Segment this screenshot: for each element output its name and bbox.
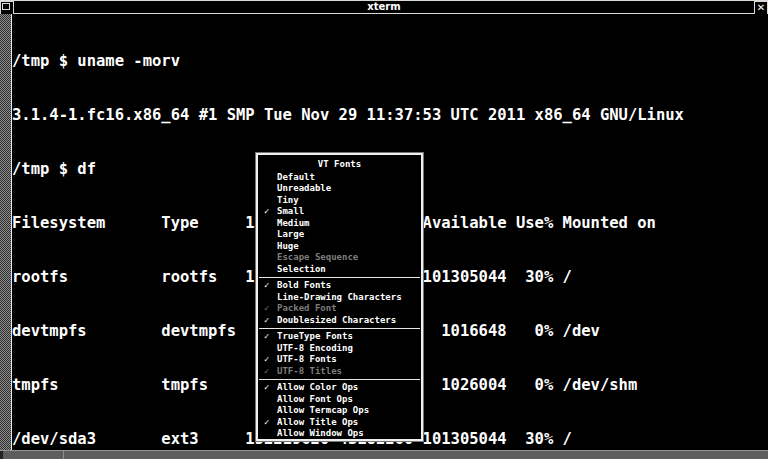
menu-item-label: UTF-8 Fonts	[277, 354, 337, 364]
menu-separator	[259, 277, 420, 278]
vt-fonts-menu: VT Fonts Default Unreadable Tiny ✓Small …	[256, 153, 423, 441]
check-icon: ✓	[258, 303, 277, 313]
menu-item-label: Allow Window Ops	[277, 428, 364, 438]
check-icon: ✓	[258, 417, 277, 427]
menu-item-packed-font[interactable]: ✓Packed Font	[258, 303, 421, 315]
menu-item-line-drawing-characters[interactable]: Line-Drawing Characters	[258, 291, 421, 303]
menu-separator	[259, 328, 420, 329]
titlebar[interactable]: xterm ✕	[0, 0, 768, 14]
menu-item-label: Packed Font	[277, 303, 337, 313]
menu-item-large[interactable]: Large	[258, 229, 421, 241]
menu-item-truetype-fonts[interactable]: ✓TrueType Fonts	[258, 331, 421, 343]
check-icon: ✓	[258, 331, 277, 341]
menu-item-allow-title-ops[interactable]: ✓Allow Title Ops	[258, 416, 421, 428]
menu-item-unreadable[interactable]: Unreadable	[258, 183, 421, 195]
menu-item-allow-termcap-ops[interactable]: Allow Termcap Ops	[258, 405, 421, 417]
menu-item-label: Doublesized Characters	[277, 315, 396, 325]
menu-item-label: Selection	[277, 264, 326, 274]
menu-item-label: Allow Termcap Ops	[277, 405, 369, 415]
menu-item-tiny[interactable]: Tiny	[258, 194, 421, 206]
menu-item-label: Escape Sequence	[277, 252, 358, 262]
menu-item-label: Allow Font Ops	[277, 394, 353, 404]
menu-item-label: Tiny	[277, 195, 299, 205]
menu-title: VT Fonts	[258, 155, 421, 171]
resize-handle[interactable]	[3, 451, 64, 459]
close-icon: ✕	[757, 2, 765, 13]
menu-item-label: Huge	[277, 241, 299, 251]
menu-separator	[259, 379, 420, 380]
menu-item-escape-sequence[interactable]: Escape Sequence	[258, 252, 421, 264]
menu-item-default[interactable]: Default	[258, 171, 421, 183]
menu-item-utf8-titles[interactable]: ✓UTF-8 Titles	[258, 365, 421, 377]
menu-item-allow-color-ops[interactable]: ✓Allow Color Ops	[258, 382, 421, 394]
menu-item-huge[interactable]: Huge	[258, 240, 421, 252]
window-menu-icon	[2, 3, 10, 10]
check-icon: ✓	[258, 366, 277, 376]
window-menu-button[interactable]	[0, 1, 14, 15]
menu-item-label: Default	[277, 172, 315, 182]
menu-item-label: UTF-8 Encoding	[277, 343, 353, 353]
menu-item-utf8-fonts[interactable]: ✓UTF-8 Fonts	[258, 354, 421, 366]
menu-item-label: Bold Fonts	[277, 280, 331, 290]
menu-item-allow-font-ops[interactable]: Allow Font Ops	[258, 393, 421, 405]
scrollbar[interactable]	[0, 14, 12, 450]
check-icon: ✓	[258, 280, 277, 290]
menu-item-doublesized-characters[interactable]: ✓Doublesized Characters	[258, 314, 421, 326]
terminal-line: 3.1.4-1.fc16.x86_64 #1 SMP Tue Nov 29 11…	[12, 106, 768, 124]
menu-item-label: Medium	[277, 218, 310, 228]
menu-item-selection[interactable]: Selection	[258, 263, 421, 275]
menu-item-label: Unreadable	[277, 183, 331, 193]
xterm-window: xterm ✕ /tmp $ uname -morv 3.1.4-1.fc16.…	[0, 0, 768, 459]
menu-item-label: TrueType Fonts	[277, 331, 353, 341]
check-icon: ✓	[258, 315, 277, 325]
close-button[interactable]: ✕	[754, 1, 768, 15]
check-icon: ✓	[258, 382, 277, 392]
menu-item-medium[interactable]: Medium	[258, 217, 421, 229]
menu-item-label: Allow Color Ops	[277, 382, 358, 392]
menu-item-bold-fonts[interactable]: ✓Bold Fonts	[258, 280, 421, 292]
menu-item-utf8-encoding[interactable]: UTF-8 Encoding	[258, 342, 421, 354]
check-icon: ✓	[258, 206, 277, 216]
menu-item-allow-window-ops[interactable]: Allow Window Ops	[258, 428, 421, 440]
menu-item-label: Line-Drawing Characters	[277, 292, 402, 302]
menu-item-label: Large	[277, 229, 304, 239]
menu-item-label: UTF-8 Titles	[277, 366, 342, 376]
check-icon: ✓	[258, 354, 277, 364]
taskbar[interactable]	[0, 450, 768, 459]
window-title: xterm	[0, 1, 768, 13]
menu-item-label: Small	[277, 206, 304, 216]
menu-item-label: Allow Title Ops	[277, 417, 358, 427]
menu-item-small[interactable]: ✓Small	[258, 206, 421, 218]
terminal-line: /tmp $ uname -morv	[12, 52, 768, 70]
